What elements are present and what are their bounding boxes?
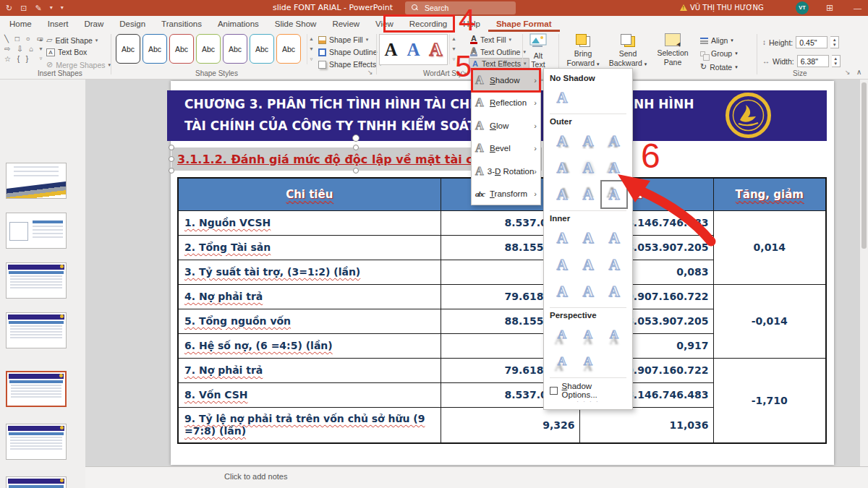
width-spinner[interactable]: ▲▼	[832, 55, 841, 67]
selection-handle[interactable]	[169, 145, 174, 150]
wordart-style-blue[interactable]: A	[407, 40, 420, 60]
shape-effects-button[interactable]: Shape Effects▾	[318, 60, 382, 69]
slide-thumbnail[interactable]	[6, 312, 67, 348]
shadow-thumbnail[interactable]: A	[550, 85, 574, 111]
tab-slide-show[interactable]: Slide Show	[267, 16, 325, 32]
selection-handle[interactable]	[353, 145, 359, 150]
avatar[interactable]: VT	[796, 1, 809, 14]
tab-draw[interactable]: Draw	[76, 16, 111, 32]
shadow-thumbnail[interactable]: A	[550, 278, 574, 304]
shape-style-chip[interactable]: Abc	[250, 34, 274, 64]
tab-animations[interactable]: Animations	[210, 16, 267, 32]
ink-icon[interactable]: ✎	[35, 0, 41, 16]
wordart-style-black[interactable]: A	[384, 40, 397, 60]
shape-style-chip[interactable]: Abc	[276, 34, 301, 64]
shape-styles-gallery[interactable]: AbcAbcAbcAbcAbcAbcAbc	[116, 34, 301, 64]
size-launcher-icon[interactable]: ↘	[845, 69, 851, 76]
bring-forward-button[interactable]: Bring Forward ▾	[561, 33, 605, 69]
shadow-thumbnail[interactable]: A	[576, 225, 600, 251]
shadow-thumbnail[interactable]: A	[550, 128, 574, 154]
shadow-thumbnail[interactable]: A	[550, 252, 574, 278]
table-cell-change[interactable]: 0,014	[713, 210, 826, 284]
slide-thumbnail[interactable]	[6, 213, 67, 249]
shadow-thumbnail[interactable]: A	[576, 278, 600, 304]
financial-table[interactable]: Chi tiêuuTăng, giảm1. Nguồn VCSH8.537.08…	[177, 177, 827, 444]
shadow-thumbnail[interactable]: A	[576, 252, 600, 278]
selection-handle[interactable]	[169, 156, 174, 162]
tab-review[interactable]: Review	[324, 16, 367, 32]
gallery-resize-handle[interactable]: · · · ·	[550, 399, 626, 405]
shadow-thumbnail[interactable]: A	[576, 128, 600, 154]
shadow-thumbnail[interactable]: A	[550, 225, 574, 251]
tab-home[interactable]: Home	[1, 16, 40, 32]
shadow-thumbnail[interactable]: A	[602, 252, 626, 278]
shadow-options-button[interactable]: Shadow Options...	[550, 382, 626, 399]
menu-item-3-d-rotation[interactable]: A3-D Rotation›	[472, 160, 540, 183]
warning-icon[interactable]	[680, 4, 687, 11]
selection-pane-button[interactable]: Selection Pane	[651, 33, 694, 67]
selection-handle[interactable]	[169, 168, 174, 174]
shadow-thumbnail[interactable]: A	[550, 181, 574, 207]
table-row-label[interactable]: 3. Tỷ suất tài trợ, (3=1:2) (lần)	[178, 260, 441, 284]
edit-shape-button[interactable]: ▱ Edit Shape▾	[46, 35, 98, 45]
tab-transitions[interactable]: Transitions	[153, 16, 210, 32]
table-row-label[interactable]: 1. Nguồn VCSH	[178, 210, 441, 235]
shadow-thumbnail[interactable]: A	[602, 225, 626, 251]
customize-qat-icon[interactable]: ▾	[61, 0, 64, 16]
width-input[interactable]: 6.38"	[797, 55, 829, 67]
table-row-label[interactable]: 4. Nợ phải trả	[178, 284, 441, 309]
table-cell-value[interactable]: 9,326	[441, 407, 579, 443]
wordart-style-red[interactable]: A	[429, 40, 442, 60]
table-cell-value[interactable]: 11,036	[579, 407, 713, 443]
alt-text-button[interactable]: Alt Text	[519, 33, 557, 69]
user-name[interactable]: VŨ THỊ THU HƯƠNG	[690, 0, 764, 16]
shadow-thumbnail[interactable]: A	[576, 348, 600, 374]
shape-style-chip[interactable]: Abc	[223, 34, 247, 64]
minimize-icon[interactable]: —	[854, 0, 861, 16]
shapes-scroll[interactable]: ▲▼▿	[38, 35, 43, 63]
text-box-button[interactable]: A Text Box	[46, 48, 87, 56]
menu-item-shadow[interactable]: AShadow›	[472, 69, 540, 92]
shape-outline-button[interactable]: Shape Outline▾	[318, 48, 383, 56]
shape-styles-scroll[interactable]: ▲▼▿	[307, 34, 315, 64]
ribbon-display-options-icon[interactable]: ⊞	[826, 0, 833, 16]
shape-fill-button[interactable]: Shape Fill▾	[318, 35, 368, 44]
merge-shapes-button[interactable]: ⊘ Merge Shapes▾	[46, 60, 111, 69]
rotate-handle[interactable]	[352, 134, 359, 142]
tab-shape-format[interactable]: Shape Format	[488, 16, 560, 32]
text-fill-button[interactable]: A Text Fill▾	[470, 35, 511, 44]
shape-style-chip[interactable]: Abc	[196, 34, 221, 64]
table-row-label[interactable]: 9. Tỷ lệ nợ phải trả trên vốn chủ sở hữu…	[178, 407, 441, 443]
selection-handle[interactable]	[353, 168, 359, 174]
text-outline-button[interactable]: A Text Outline▾	[470, 47, 526, 56]
menu-item-transform[interactable]: abcTransform›	[472, 183, 540, 206]
group-button[interactable]: Group▾	[700, 49, 738, 58]
table-row-label[interactable]: 6. Hệ số nợ, (6 =4:5) (lần)	[178, 333, 441, 358]
slide-thumbnail[interactable]	[6, 424, 67, 460]
menu-item-glow[interactable]: AGlow›	[472, 114, 540, 137]
tab-insert[interactable]: Insert	[40, 16, 77, 32]
table-row-label[interactable]: 7. Nợ phải trả	[178, 358, 441, 382]
rotate-button[interactable]: ↻ Rotate▾	[700, 62, 738, 72]
table-row-label[interactable]: 5. Tổng nguồn vốn	[178, 309, 441, 333]
slide-thumbnail[interactable]	[6, 163, 67, 199]
height-field[interactable]: ↕ Height: 0.45" ▲▼	[762, 36, 839, 48]
notes-pane[interactable]: Click to add notes	[85, 466, 868, 488]
send-backward-button[interactable]: Send Backward ▾	[606, 33, 650, 69]
shadow-thumbnail[interactable]: A	[550, 348, 574, 374]
shadow-thumbnail[interactable]: A	[576, 322, 600, 348]
qat-dropdown-icon[interactable]: ▾	[50, 0, 53, 16]
shape-style-chip[interactable]: Abc	[142, 34, 167, 64]
slide-thumbnail[interactable]	[6, 371, 67, 407]
shadow-thumbnail[interactable]: A	[576, 155, 600, 181]
shadow-thumbnail[interactable]: A	[602, 278, 626, 304]
shadow-thumbnail[interactable]: A	[550, 322, 574, 348]
menu-item-reflection[interactable]: AReflection›	[472, 92, 540, 115]
wordart-styles-gallery[interactable]: A A A	[379, 34, 448, 65]
redo-icon[interactable]: ↻	[6, 0, 12, 16]
menu-item-bevel[interactable]: ABevel›	[472, 137, 540, 160]
height-input[interactable]: 0.45"	[796, 36, 827, 48]
slide-thumbnail[interactable]	[6, 476, 67, 488]
shadow-thumbnail[interactable]: A	[602, 155, 626, 181]
shape-style-chip[interactable]: Abc	[116, 34, 140, 64]
